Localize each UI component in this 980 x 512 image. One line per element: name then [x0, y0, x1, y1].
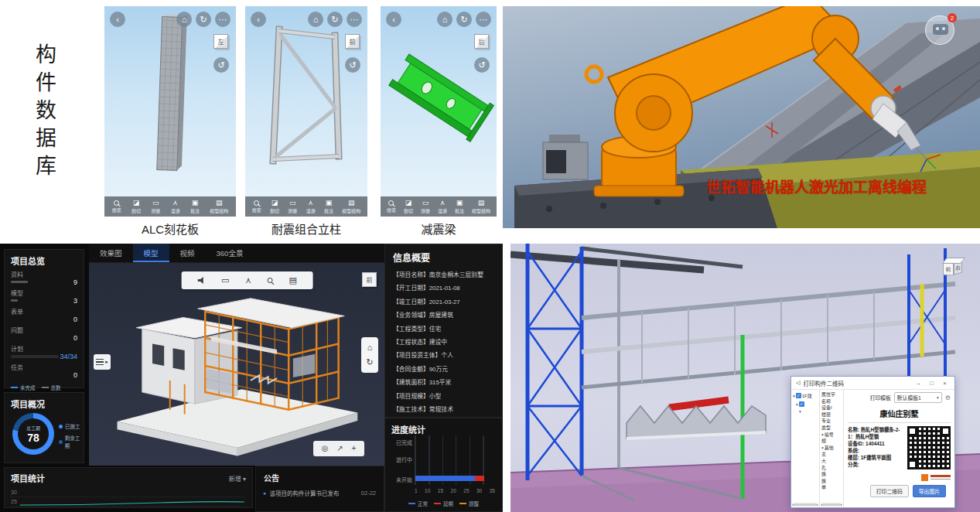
- toolbar-roam[interactable]: ⋏漫游: [171, 200, 180, 214]
- maximize-button[interactable]: □: [927, 380, 937, 387]
- roam-person-icon[interactable]: ⋏: [245, 276, 251, 285]
- field-item[interactable]: 族: [821, 471, 842, 478]
- toolbar-structure[interactable]: ▤模型结构: [210, 200, 228, 214]
- field-item[interactable]: 族: [821, 478, 842, 485]
- home-button[interactable]: ⌂: [176, 12, 192, 27]
- field-item[interactable]: 楼层: [821, 411, 842, 418]
- assistant-robot-icon[interactable]: 2: [925, 15, 954, 45]
- layers-menu-button[interactable]: ▸: [94, 354, 111, 370]
- project-name-title: 康仙庄别墅: [848, 408, 951, 419]
- tab-renderings[interactable]: 效果图: [89, 244, 133, 262]
- tree-item[interactable]: ▾ ✓: [796, 401, 818, 407]
- legend-swatch: [408, 503, 415, 504]
- back-button[interactable]: ‹: [110, 12, 125, 27]
- tab-model[interactable]: 模型: [133, 244, 169, 262]
- print-qr-button[interactable]: 打印二维码: [870, 485, 909, 497]
- back-button[interactable]: ‹: [386, 12, 401, 27]
- field-item[interactable]: 规: [821, 438, 842, 445]
- roam-icon: ⋏: [172, 200, 178, 207]
- refresh-button[interactable]: ↻: [327, 12, 343, 27]
- field-item[interactable]: 主: [821, 451, 842, 458]
- vr-view-icon[interactable]: ◎: [322, 445, 329, 452]
- add-new-button[interactable]: 新增 ▾: [229, 474, 246, 483]
- export-image-button[interactable]: 导出图片: [913, 485, 946, 497]
- field-item[interactable]: ▾编号: [821, 432, 842, 439]
- share-icon[interactable]: ↗: [336, 445, 343, 452]
- section-box-icon[interactable]: ▭: [221, 276, 229, 285]
- tab-video[interactable]: 视频: [169, 244, 206, 262]
- field-item[interactable]: 大: [821, 458, 842, 465]
- orbit-button[interactable]: ↺: [345, 57, 360, 73]
- model-toolbar: 搜索 ◪剖切 ▭测量 ⋏漫游 ▣批注 ▤模型结构: [245, 196, 367, 217]
- field-item[interactable]: 设备I: [821, 404, 842, 411]
- info-item: 【合同金额】90万元: [393, 363, 494, 376]
- back-button[interactable]: ‹: [251, 12, 266, 27]
- orbit-button[interactable]: ↺: [213, 57, 229, 73]
- view-cube[interactable]: 前: [345, 34, 360, 49]
- field-item[interactable]: 名称: [821, 398, 842, 405]
- home-button[interactable]: ⌂: [308, 12, 323, 27]
- tree-item[interactable]: ▾ ✓ 1F建: [793, 392, 818, 399]
- tree-item[interactable]: ▾: [799, 409, 818, 414]
- dialog-title-bar[interactable]: ◁ 打印构件二维码 – □ ×: [791, 377, 954, 390]
- steel-structure-viewer[interactable]: 前 右 ◁ 打印构件二维码 – □ × ▾ ✓ 1F建 ▾: [510, 244, 980, 512]
- horizontal-scrollbar[interactable]: ◂▸: [821, 503, 842, 507]
- more-button[interactable]: ⋯: [347, 12, 362, 27]
- tab-360-panorama[interactable]: 360全景: [206, 244, 254, 262]
- gear-icon[interactable]: ⚙: [945, 394, 951, 401]
- more-button[interactable]: ⋯: [476, 12, 491, 27]
- section-icon: ◪: [271, 200, 278, 207]
- announcement-item[interactable]: ▸ 该项目的构件计算书已发布 02-22: [264, 489, 376, 497]
- field-item[interactable]: 类型: [821, 425, 842, 432]
- toolbar-measure[interactable]: ▭测量: [288, 200, 297, 214]
- orbit-button[interactable]: ↺: [474, 57, 490, 73]
- search-icon[interactable]: [268, 278, 273, 283]
- speaker-icon[interactable]: [197, 277, 205, 284]
- refresh-icon: ↻: [460, 15, 467, 24]
- field-item[interactable]: 孔: [821, 465, 842, 472]
- view-cube[interactable]: 前: [362, 272, 377, 287]
- toolbar-section[interactable]: ◪剖切: [404, 200, 413, 214]
- field-item[interactable]: 属性字: [821, 391, 842, 398]
- info-item: 【竣工日期】2021-03-27: [393, 295, 494, 309]
- toolbar-roam[interactable]: ⋏漫游: [306, 200, 316, 214]
- toolbar-annotate[interactable]: ▣批注: [455, 200, 464, 214]
- template-select[interactable]: 默认模板1 ▾: [894, 392, 942, 403]
- toolbar-measure[interactable]: ▭测量: [151, 200, 160, 214]
- toolbar-annotate[interactable]: ▣批注: [324, 200, 333, 214]
- field-item[interactable]: 专业: [821, 418, 842, 425]
- checkbox-checked[interactable]: ✓: [799, 401, 804, 407]
- view-cube[interactable]: 前 右: [943, 260, 965, 280]
- horizontal-scrollbar[interactable]: ◂▸: [792, 503, 818, 507]
- annotate-icon: ▣: [192, 200, 199, 207]
- toolbar-section[interactable]: ◪剖切: [270, 200, 279, 214]
- toolbar-structure[interactable]: ▤模型结构: [472, 200, 490, 214]
- checkbox-checked[interactable]: ✓: [796, 393, 801, 398]
- info-item: 【施工技术】常规技术: [393, 403, 494, 416]
- more-button[interactable]: ⋯: [215, 12, 230, 27]
- toolbar-search[interactable]: 搜索: [387, 200, 396, 213]
- toolbar-section[interactable]: ◪剖切: [131, 200, 141, 214]
- move-icon[interactable]: +: [351, 445, 356, 452]
- reset-rotate-icon[interactable]: ↻: [366, 358, 373, 367]
- home-button[interactable]: ⌂: [437, 12, 452, 27]
- toolbar-roam[interactable]: ⋏漫游: [438, 200, 447, 214]
- field-item[interactable]: 单: [821, 484, 842, 491]
- view-cube[interactable]: 后: [474, 34, 489, 49]
- refresh-button[interactable]: ↻: [196, 12, 211, 27]
- home-view-icon[interactable]: ⌂: [367, 343, 373, 352]
- caret-down-icon: ▾: [796, 402, 798, 407]
- more-icon: ⋯: [350, 15, 359, 24]
- refresh-button[interactable]: ↻: [456, 12, 472, 27]
- model-viewer[interactable]: ▭ ⋏ ▤ 前 ▸ ⌂ ↻ ◎ ↗ +: [89, 263, 384, 466]
- document-icon[interactable]: ▤: [289, 276, 297, 285]
- toolbar-search[interactable]: 搜索: [112, 200, 121, 213]
- view-cube[interactable]: 左: [213, 34, 228, 49]
- toolbar-structure[interactable]: ▤模型结构: [342, 200, 360, 214]
- toolbar-measure[interactable]: ▭测量: [421, 200, 430, 214]
- minimize-button[interactable]: –: [913, 380, 924, 387]
- close-button[interactable]: ×: [940, 380, 950, 387]
- toolbar-search[interactable]: 搜索: [252, 200, 261, 213]
- field-item[interactable]: ▾其他: [821, 445, 842, 452]
- toolbar-annotate[interactable]: ▣批注: [190, 200, 200, 214]
